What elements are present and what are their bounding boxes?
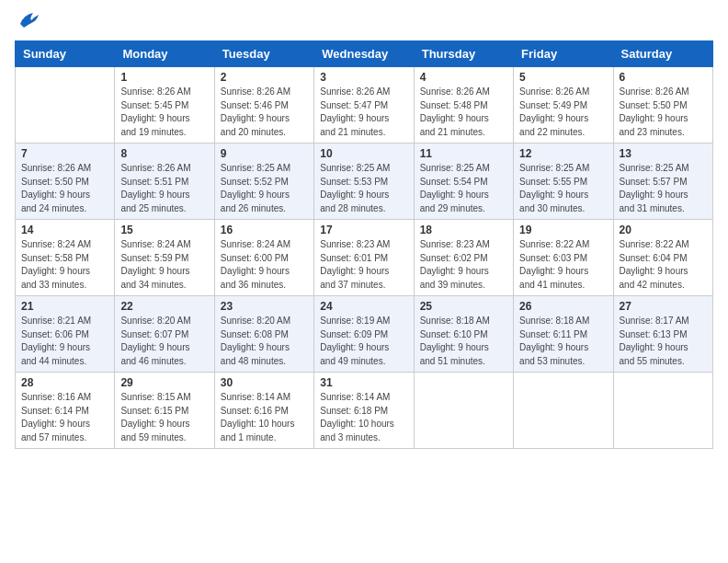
day-info: Sunrise: 8:25 AM Sunset: 5:54 PM Dayligh… [420, 162, 507, 215]
day-info: Sunrise: 8:14 AM Sunset: 6:18 PM Dayligh… [320, 391, 407, 444]
day-info: Sunrise: 8:25 AM Sunset: 5:53 PM Dayligh… [320, 162, 407, 215]
day-number: 3 [320, 71, 407, 84]
calendar-cell: 2Sunrise: 8:26 AM Sunset: 5:46 PM Daylig… [214, 67, 313, 144]
calendar-cell: 25Sunrise: 8:18 AM Sunset: 6:10 PM Dayli… [414, 296, 513, 373]
calendar-header-row: SundayMondayTuesdayWednesdayThursdayFrid… [16, 41, 713, 67]
calendar-cell: 18Sunrise: 8:23 AM Sunset: 6:02 PM Dayli… [414, 220, 513, 296]
calendar-cell: 1Sunrise: 8:26 AM Sunset: 5:45 PM Daylig… [115, 67, 214, 144]
day-number: 23 [221, 300, 308, 313]
day-info: Sunrise: 8:18 AM Sunset: 6:11 PM Dayligh… [519, 315, 607, 368]
header-monday: Monday [115, 41, 214, 67]
day-info: Sunrise: 8:17 AM Sunset: 6:13 PM Dayligh… [620, 315, 707, 368]
calendar-cell: 22Sunrise: 8:20 AM Sunset: 6:07 PM Dayli… [115, 296, 214, 373]
calendar-cell: 15Sunrise: 8:24 AM Sunset: 5:59 PM Dayli… [115, 220, 214, 296]
calendar-cell: 14Sunrise: 8:24 AM Sunset: 5:58 PM Dayli… [16, 220, 115, 296]
day-number: 11 [420, 147, 507, 160]
day-info: Sunrise: 8:24 AM Sunset: 5:58 PM Dayligh… [21, 238, 108, 292]
day-info: Sunrise: 8:26 AM Sunset: 5:50 PM Dayligh… [21, 162, 108, 215]
header-sunday: Sunday [16, 41, 115, 67]
day-number: 19 [519, 224, 607, 236]
day-info: Sunrise: 8:20 AM Sunset: 6:07 PM Dayligh… [120, 315, 208, 368]
bird-icon [17, 11, 40, 31]
day-info: Sunrise: 8:26 AM Sunset: 5:49 PM Dayligh… [519, 86, 607, 139]
calendar-cell: 13Sunrise: 8:25 AM Sunset: 5:57 PM Dayli… [613, 144, 712, 220]
calendar-cell: 24Sunrise: 8:19 AM Sunset: 6:09 PM Dayli… [314, 296, 414, 373]
day-number: 13 [620, 147, 707, 160]
calendar-cell: 19Sunrise: 8:22 AM Sunset: 6:03 PM Dayli… [514, 220, 613, 296]
day-info: Sunrise: 8:26 AM Sunset: 5:50 PM Dayligh… [620, 86, 707, 139]
day-number: 9 [221, 147, 308, 160]
day-info: Sunrise: 8:18 AM Sunset: 6:10 PM Dayligh… [420, 315, 507, 368]
day-number: 14 [21, 224, 108, 236]
day-number: 5 [519, 71, 607, 84]
day-number: 17 [320, 224, 407, 236]
day-info: Sunrise: 8:23 AM Sunset: 6:02 PM Dayligh… [420, 238, 507, 292]
day-info: Sunrise: 8:20 AM Sunset: 6:08 PM Dayligh… [221, 315, 308, 368]
calendar-cell: 31Sunrise: 8:14 AM Sunset: 6:18 PM Dayli… [314, 373, 414, 449]
day-number: 2 [221, 71, 308, 84]
calendar-cell [514, 373, 613, 449]
day-number: 18 [420, 224, 507, 236]
calendar-cell: 28Sunrise: 8:16 AM Sunset: 6:14 PM Dayli… [16, 373, 115, 449]
day-info: Sunrise: 8:25 AM Sunset: 5:55 PM Dayligh… [519, 162, 607, 215]
day-number: 24 [320, 300, 407, 313]
day-number: 20 [620, 224, 707, 236]
calendar-cell: 4Sunrise: 8:26 AM Sunset: 5:48 PM Daylig… [414, 67, 513, 144]
day-number: 26 [519, 300, 607, 313]
day-number: 22 [120, 300, 208, 313]
day-info: Sunrise: 8:21 AM Sunset: 6:06 PM Dayligh… [21, 315, 108, 368]
page-header [15, 15, 713, 31]
day-info: Sunrise: 8:23 AM Sunset: 6:01 PM Dayligh… [320, 238, 407, 292]
day-number: 7 [21, 147, 108, 160]
calendar-cell: 12Sunrise: 8:25 AM Sunset: 5:55 PM Dayli… [514, 144, 613, 220]
day-number: 16 [221, 224, 308, 236]
header-tuesday: Tuesday [214, 41, 313, 67]
week-row: 28Sunrise: 8:16 AM Sunset: 6:14 PM Dayli… [16, 373, 713, 449]
day-number: 6 [620, 71, 707, 84]
calendar-cell: 17Sunrise: 8:23 AM Sunset: 6:01 PM Dayli… [314, 220, 414, 296]
calendar-cell: 20Sunrise: 8:22 AM Sunset: 6:04 PM Dayli… [613, 220, 712, 296]
day-info: Sunrise: 8:24 AM Sunset: 5:59 PM Dayligh… [120, 238, 208, 292]
calendar-cell: 11Sunrise: 8:25 AM Sunset: 5:54 PM Dayli… [414, 144, 513, 220]
calendar-cell: 10Sunrise: 8:25 AM Sunset: 5:53 PM Dayli… [314, 144, 414, 220]
calendar-cell [16, 67, 115, 144]
day-info: Sunrise: 8:26 AM Sunset: 5:48 PM Dayligh… [420, 86, 507, 139]
calendar-cell: 6Sunrise: 8:26 AM Sunset: 5:50 PM Daylig… [613, 67, 712, 144]
logo [15, 15, 40, 31]
day-info: Sunrise: 8:16 AM Sunset: 6:14 PM Dayligh… [21, 391, 108, 444]
day-number: 31 [320, 376, 407, 389]
day-number: 28 [21, 376, 108, 389]
header-thursday: Thursday [414, 41, 513, 67]
day-number: 1 [120, 71, 208, 84]
week-row: 1Sunrise: 8:26 AM Sunset: 5:45 PM Daylig… [16, 67, 713, 144]
calendar-cell: 30Sunrise: 8:14 AM Sunset: 6:16 PM Dayli… [214, 373, 313, 449]
day-info: Sunrise: 8:26 AM Sunset: 5:51 PM Dayligh… [120, 162, 208, 215]
header-saturday: Saturday [613, 41, 712, 67]
calendar-cell: 27Sunrise: 8:17 AM Sunset: 6:13 PM Dayli… [613, 296, 712, 373]
day-number: 12 [519, 147, 607, 160]
day-info: Sunrise: 8:22 AM Sunset: 6:03 PM Dayligh… [519, 238, 607, 292]
calendar-cell: 16Sunrise: 8:24 AM Sunset: 6:00 PM Dayli… [214, 220, 313, 296]
calendar-cell: 8Sunrise: 8:26 AM Sunset: 5:51 PM Daylig… [115, 144, 214, 220]
week-row: 7Sunrise: 8:26 AM Sunset: 5:50 PM Daylig… [16, 144, 713, 220]
calendar-cell: 21Sunrise: 8:21 AM Sunset: 6:06 PM Dayli… [16, 296, 115, 373]
day-number: 21 [21, 300, 108, 313]
calendar-table: SundayMondayTuesdayWednesdayThursdayFrid… [15, 40, 713, 449]
day-info: Sunrise: 8:19 AM Sunset: 6:09 PM Dayligh… [320, 315, 407, 368]
day-info: Sunrise: 8:22 AM Sunset: 6:04 PM Dayligh… [620, 238, 707, 292]
calendar-cell: 23Sunrise: 8:20 AM Sunset: 6:08 PM Dayli… [214, 296, 313, 373]
header-friday: Friday [514, 41, 613, 67]
day-info: Sunrise: 8:26 AM Sunset: 5:47 PM Dayligh… [320, 86, 407, 139]
calendar-cell: 7Sunrise: 8:26 AM Sunset: 5:50 PM Daylig… [16, 144, 115, 220]
day-number: 27 [620, 300, 707, 313]
week-row: 14Sunrise: 8:24 AM Sunset: 5:58 PM Dayli… [16, 220, 713, 296]
day-info: Sunrise: 8:14 AM Sunset: 6:16 PM Dayligh… [221, 391, 308, 444]
day-number: 25 [420, 300, 507, 313]
calendar-cell: 5Sunrise: 8:26 AM Sunset: 5:49 PM Daylig… [514, 67, 613, 144]
day-info: Sunrise: 8:25 AM Sunset: 5:52 PM Dayligh… [221, 162, 308, 215]
day-info: Sunrise: 8:24 AM Sunset: 6:00 PM Dayligh… [221, 238, 308, 292]
header-wednesday: Wednesday [314, 41, 414, 67]
day-info: Sunrise: 8:26 AM Sunset: 5:46 PM Dayligh… [221, 86, 308, 139]
week-row: 21Sunrise: 8:21 AM Sunset: 6:06 PM Dayli… [16, 296, 713, 373]
calendar-cell: 3Sunrise: 8:26 AM Sunset: 5:47 PM Daylig… [314, 67, 414, 144]
